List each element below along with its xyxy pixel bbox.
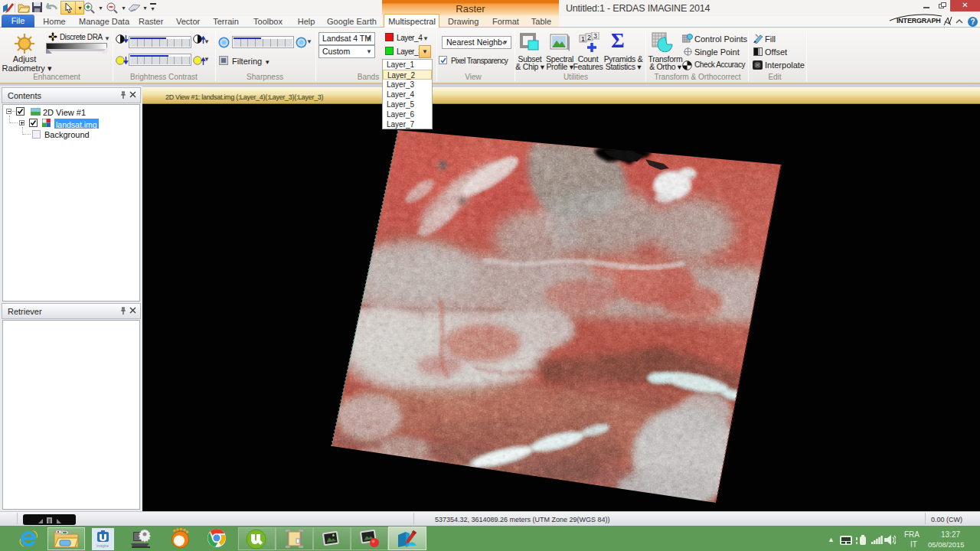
svg-text:1: 1	[581, 35, 585, 43]
svg-text:2: 2	[587, 34, 591, 41]
svg-text:3: 3	[593, 32, 597, 40]
svg-text:Imagine: Imagine	[96, 544, 109, 548]
